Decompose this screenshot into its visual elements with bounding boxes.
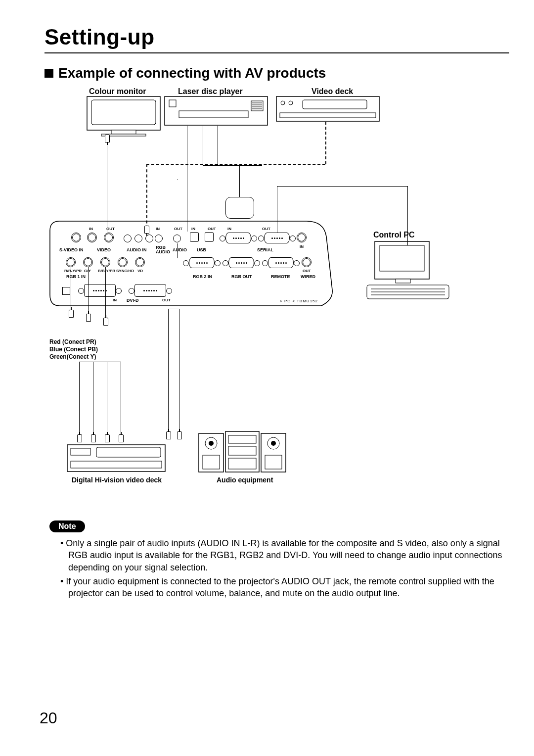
rgb1-b-jack (101, 258, 109, 266)
screw-icon3 (258, 236, 264, 241)
screw (129, 288, 134, 294)
svg-rect-31 (203, 455, 220, 469)
screw (166, 288, 172, 294)
wire (177, 243, 178, 258)
rgb1-r-jack (67, 258, 75, 266)
svg-point-34 (271, 441, 276, 446)
label-audio: AUDIO (173, 247, 187, 252)
label-remote: REMOTE (271, 274, 290, 279)
laser-disc-icon (164, 96, 268, 126)
note-text: Only a single pair of audio inputs (AUDI… (66, 538, 502, 572)
wire-dashed (146, 164, 147, 234)
svg-rect-16 (280, 113, 376, 118)
page-title: Setting-up (44, 25, 509, 49)
wire (121, 362, 121, 441)
label-rgb2-in: RGB 2 IN (193, 274, 212, 279)
svg-rect-19 (396, 279, 410, 283)
wire (179, 309, 179, 436)
note-item: • If your audio equipment is connected t… (68, 575, 509, 600)
screw (294, 260, 300, 266)
cable-plug-icon (144, 226, 149, 234)
bullet-square-icon (44, 69, 53, 78)
wire (79, 362, 121, 362)
wire (203, 126, 203, 165)
label-wired: WIRED (301, 274, 315, 279)
rgb-blue-label: Blue (Conect PB) (49, 346, 98, 353)
wire-dashed (325, 122, 326, 164)
screw-icon4 (290, 236, 296, 241)
serial-in-label: IN (227, 227, 231, 231)
svg-rect-15 (303, 100, 367, 109)
control-pc-icon (366, 240, 450, 300)
notes-list: • Only a single pair of audio inputs (AU… (44, 537, 509, 599)
label-rgb1-in: RGB 1 IN (66, 274, 86, 279)
wire (407, 186, 408, 245)
remote-port (268, 257, 294, 268)
svg-rect-18 (380, 245, 424, 271)
rgb1-g-label: G/Y (84, 269, 91, 273)
digital-hivision-deck-icon (67, 444, 166, 472)
svg-rect-38 (228, 446, 256, 455)
rgb1-sync-label: SYNC/HD (116, 269, 134, 273)
rgb2-in-port (189, 257, 215, 268)
misc-port (62, 287, 70, 295)
wire (107, 137, 107, 232)
label-rgb-audio: RGB AUDIO (156, 245, 170, 254)
section-heading-text: Example of connecting with AV products (58, 65, 326, 81)
dvid-label: DVI-D (127, 298, 139, 303)
dvid-out-label: OUT (162, 298, 171, 302)
screw (116, 288, 122, 294)
wire (177, 179, 178, 180)
wire (239, 165, 240, 197)
label-out-small: OUT (303, 269, 311, 273)
usb-out-port (205, 232, 214, 242)
svg-rect-2 (111, 130, 136, 134)
rgb1-r-label: R/R-Y/PR (64, 269, 82, 273)
rgb1-b-label: B/B-Y/PB (98, 269, 115, 273)
label-svideo-in: S-VIDEO IN (59, 247, 84, 252)
cable-plug-icon (77, 434, 82, 442)
wire (88, 267, 89, 317)
screw-icon2 (251, 236, 257, 241)
wire (187, 126, 187, 232)
dvid-out-port (134, 284, 166, 297)
in-jack-right (298, 234, 306, 241)
port-audio-in: IN (156, 227, 160, 231)
wire (105, 267, 106, 321)
serial-in-port (225, 233, 251, 243)
serial-out-label: OUT (262, 227, 270, 231)
note-item: • Only a single pair of audio inputs (AU… (68, 537, 509, 573)
rgb-red-label: Red (Conect PR) (49, 338, 96, 345)
label-serial: SERIAL (257, 247, 273, 252)
audio-out-jack (173, 235, 181, 242)
label-audio-in: AUDIO IN (127, 247, 147, 252)
wire (107, 362, 107, 441)
rgb1-vd-label: VD (137, 269, 143, 273)
svg-rect-39 (228, 458, 256, 469)
audio-in-jack (155, 235, 163, 242)
label-video: VIDEO (97, 247, 111, 252)
label-laser-disc: Laser disc player (178, 87, 243, 96)
wire (277, 186, 277, 233)
section-heading: Example of connecting with AV products (44, 65, 509, 81)
screw (78, 288, 84, 294)
label-video-deck: Video deck (312, 87, 353, 96)
port-label-in: IN (89, 227, 93, 231)
svideo-out-jack (105, 234, 113, 241)
svg-rect-35 (265, 455, 282, 469)
label-audio-equipment: Audio equipment (217, 476, 273, 484)
svg-rect-7 (251, 101, 263, 111)
serial-out-port (264, 233, 290, 243)
audio-equipment-icon (198, 430, 287, 474)
cable-plug-icon (177, 431, 182, 439)
cable-plug-icon (119, 434, 124, 442)
title-rule (44, 52, 509, 53)
wire (168, 309, 179, 309)
panel-footer-text: > PC < TBMU152 (280, 299, 318, 303)
colour-monitor-icon (87, 96, 161, 137)
svideo-in-jack2 (88, 234, 96, 241)
wire (277, 186, 407, 187)
screw (183, 260, 189, 266)
svg-rect-27 (71, 461, 162, 468)
svg-rect-5 (169, 100, 176, 107)
